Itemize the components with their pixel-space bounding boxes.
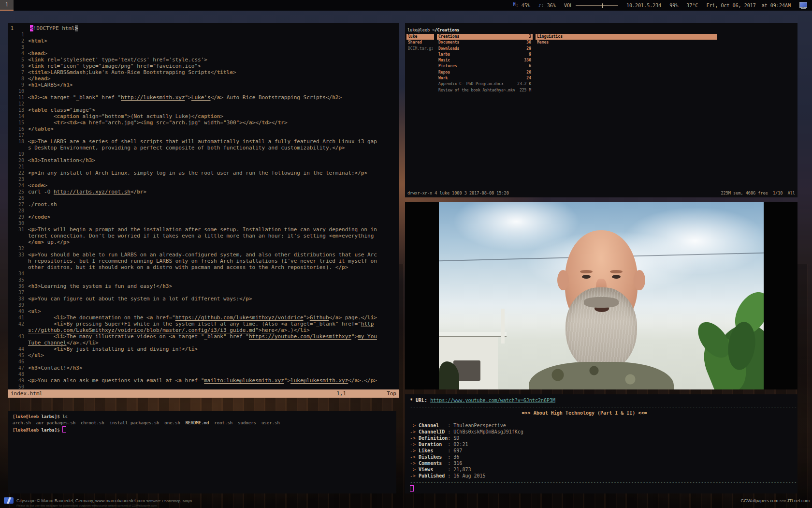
line-number: 23 xyxy=(9,176,28,182)
code-line: 11<h2><a target="_blank" href="http://lu… xyxy=(9,94,399,101)
code-text: </code> xyxy=(28,214,380,220)
ranger-row[interactable]: Downloads29 xyxy=(437,46,533,52)
code-text: ./root.sh xyxy=(28,201,380,208)
line-number: 17 xyxy=(9,132,28,138)
ranger-row[interactable]: Review of the book Ashtadhya~.mkv225 M xyxy=(437,88,533,93)
code-line: 5<link rel='stylesheet' type='text/css' … xyxy=(9,57,399,63)
code-line: 34 xyxy=(9,270,399,277)
file-entry: README.md xyxy=(186,420,209,425)
file-entry: root.sh xyxy=(214,420,232,425)
ranger-row[interactable]: DCIM.tar.gz xyxy=(406,46,434,52)
ranger-path: ~/Creations xyxy=(432,28,459,32)
video-title: =>> About High Technology (Part I & II) … xyxy=(410,410,798,416)
line-number: 43 xyxy=(9,333,28,346)
metadata-row: -> Views : 21,873 xyxy=(410,466,798,473)
code-text xyxy=(28,31,380,38)
code-line: 19 xyxy=(9,151,399,157)
code-text xyxy=(28,302,380,308)
tray-monitor-icon[interactable] xyxy=(799,1,808,10)
wallpaper-credit: Cityscape © Marco Bauriedel, Germany, ww… xyxy=(16,498,192,503)
code-line: 17 xyxy=(9,132,399,138)
code-line: 46 xyxy=(9,359,399,365)
metadata-row: -> Dislikes : 36 xyxy=(410,454,798,460)
code-line: 37 xyxy=(9,289,399,296)
code-line: 1 xyxy=(9,31,399,38)
code-text: <p>You can figure out about the system i… xyxy=(28,296,380,302)
code-line: 40<ul> xyxy=(9,308,399,314)
ranger-row[interactable]: larbs9 xyxy=(437,52,533,58)
ranger-statusbar: drwxr-xr-x 4 luke 1000 3 2017-08-08 15:2… xyxy=(407,190,795,196)
shell-prompt-line: [luke@leeb larbs]$ xyxy=(13,426,396,433)
video-info-terminal[interactable]: * URL: https://www.youtube.com/watch?v=6… xyxy=(405,394,798,493)
code-text: <h1>LARBS</h1> xyxy=(28,82,380,88)
ranger-row[interactable]: Repos20 xyxy=(437,70,533,75)
presenter-ear xyxy=(557,270,569,290)
white-post xyxy=(501,309,505,344)
url-line: * URL: https://www.youtube.com/watch?v=6… xyxy=(410,397,798,403)
code-text xyxy=(28,245,380,252)
workspace-button[interactable]: 1 xyxy=(0,0,14,11)
code-line: 36<h3>Learning the system is fun and eas… xyxy=(9,283,399,289)
video-url-link[interactable]: https://www.youtube.com/watch?v=6Jntc2n6… xyxy=(430,398,555,403)
line-number: 26 xyxy=(9,195,28,201)
terminal-cursor xyxy=(410,485,414,492)
line-number: 9 xyxy=(9,82,28,88)
file-entry: one.sh xyxy=(164,420,180,425)
line-number: 20 xyxy=(9,157,28,164)
file-entry: sudoers xyxy=(238,420,256,425)
line-number: 49 xyxy=(9,377,28,384)
code-text xyxy=(28,44,380,50)
code-line: 16</table> xyxy=(9,126,399,132)
line-number: 36 xyxy=(9,283,28,289)
ranger-preview-column: LinguisticsMemes xyxy=(536,34,717,46)
code-line: 18<p>The LARBS are a series of shell scr… xyxy=(9,138,399,151)
code-line: 2<html> xyxy=(9,38,399,44)
line-number: 4 xyxy=(9,50,28,57)
ranger-row[interactable]: Work24 xyxy=(437,75,533,81)
line-number: 24 xyxy=(9,182,28,189)
code-text xyxy=(28,270,380,277)
code-text xyxy=(28,195,380,201)
volume-slider[interactable]: VOL xyxy=(564,3,618,8)
code-line: 41 <li>The documentation on the <a href=… xyxy=(9,314,399,321)
line-number: 22 xyxy=(9,170,28,176)
code-line: 45</ul> xyxy=(9,352,399,359)
line-number: 21 xyxy=(9,164,28,170)
line-number: 12 xyxy=(9,101,28,107)
ls-output: arch.sh aur_packages.sh chroot.sh instal… xyxy=(13,420,396,426)
code-line: 8</head> xyxy=(9,75,399,82)
line-number: 19 xyxy=(9,151,28,157)
ranger-row[interactable]: Shared xyxy=(406,40,434,45)
presenter-eye xyxy=(612,275,621,279)
code-text: <code> xyxy=(28,182,380,189)
code-text xyxy=(28,208,380,214)
ranger-row[interactable]: Pictures6 xyxy=(437,63,533,69)
music-indicator: ♪: 36% xyxy=(538,3,556,8)
metadata-row: -> Published : 16 Aug 2015 xyxy=(410,473,798,479)
ranger-title: luke@leeb ~/Creations xyxy=(407,27,459,33)
ranger-row[interactable]: Music330 xyxy=(437,58,533,63)
volume-handle[interactable] xyxy=(602,3,603,8)
line-number: 37 xyxy=(9,289,28,296)
ranger-row[interactable]: Memes xyxy=(536,40,717,45)
separator: ----------------------------------------… xyxy=(410,479,798,485)
ranger-row[interactable]: Appendix C- PhD Program.docx23.2 K xyxy=(437,81,533,87)
shell-terminal-window[interactable]: [luke@leeb larbs]$ lsarch.sh aur_package… xyxy=(8,411,396,493)
line-number: 27 xyxy=(9,201,28,208)
line-number: 47 xyxy=(9,365,28,371)
code-line: 31<p>This will begin a prompt and the in… xyxy=(9,226,399,245)
code-text: <table class="image"> xyxy=(28,107,380,113)
code-line: 48 xyxy=(9,371,399,377)
ranger-row[interactable]: luke xyxy=(406,34,434,40)
volume-track xyxy=(576,5,618,6)
editor-window[interactable]: 1<!DOCTYPE html>12<html>34<head>5<link r… xyxy=(8,23,399,398)
line-number: 41 xyxy=(9,314,28,321)
ranger-row[interactable]: Linguistics xyxy=(536,34,717,40)
ranger-row[interactable]: Documents30 xyxy=(437,40,533,45)
ranger-window[interactable]: luke@leeb ~/Creations lukeSharedDCIM.tar… xyxy=(405,23,798,197)
line-number: 40 xyxy=(9,308,28,314)
video-window[interactable] xyxy=(405,202,798,389)
code-line: 26 xyxy=(9,195,399,201)
line-number: 48 xyxy=(9,371,28,377)
ranger-row[interactable]: Creations3 xyxy=(437,34,533,40)
